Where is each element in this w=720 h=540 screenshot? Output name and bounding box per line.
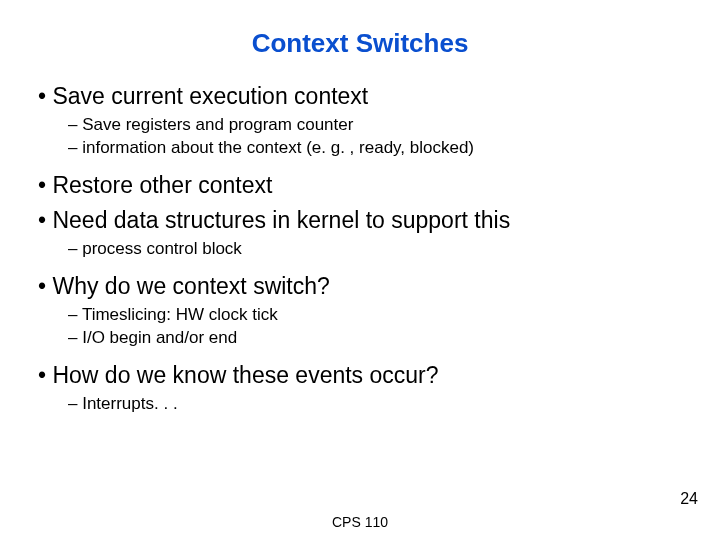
bullet-level2: process control block (68, 238, 690, 261)
bullet-list: Save current execution context Save regi… (30, 81, 690, 416)
sub-list: Save registers and program counter infor… (38, 114, 690, 160)
footer-label: CPS 110 (0, 514, 720, 530)
bullet-level1: How do we know these events occur? (38, 360, 690, 391)
slide-title: Context Switches (30, 28, 690, 59)
bullet-level2: information about the context (e. g. , r… (68, 137, 690, 160)
slide: Context Switches Save current execution … (0, 0, 720, 540)
bullet-level2: Save registers and program counter (68, 114, 690, 137)
sub-list: process control block (38, 238, 690, 261)
bullet-level1: Need data structures in kernel to suppor… (38, 205, 690, 236)
bullet-level1: Why do we context switch? (38, 271, 690, 302)
page-number: 24 (680, 490, 698, 508)
bullet-level1: Restore other context (38, 170, 690, 201)
bullet-level2: I/O begin and/or end (68, 327, 690, 350)
bullet-level1: Save current execution context (38, 81, 690, 112)
bullet-level2: Timeslicing: HW clock tick (68, 304, 690, 327)
sub-list: Timeslicing: HW clock tick I/O begin and… (38, 304, 690, 350)
sub-list: Interrupts. . . (38, 393, 690, 416)
bullet-level2: Interrupts. . . (68, 393, 690, 416)
